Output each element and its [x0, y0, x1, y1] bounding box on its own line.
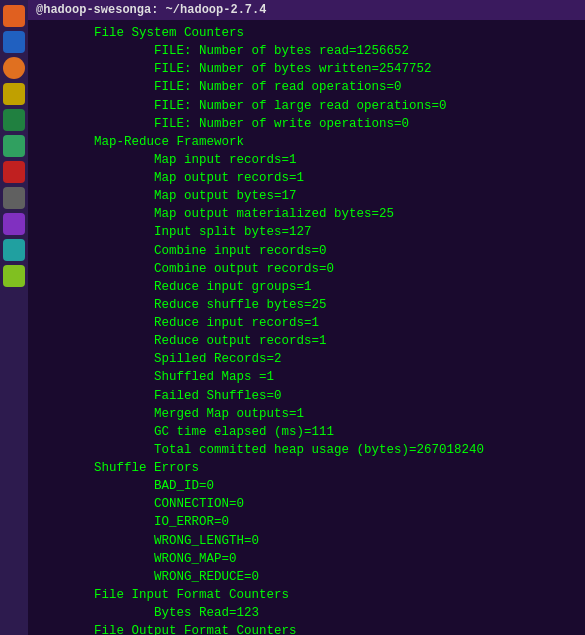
app7-icon[interactable]	[3, 161, 25, 183]
app11-icon[interactable]	[3, 265, 25, 287]
terminal-line: CONNECTION=0	[34, 495, 579, 513]
terminal-line: FILE: Number of bytes read=1256652	[34, 42, 579, 60]
titlebar: @hadoop-swesonga: ~/hadoop-2.7.4	[28, 0, 585, 20]
terminal-line: Map-Reduce Framework	[34, 133, 579, 151]
terminal-line: FILE: Number of read operations=0	[34, 78, 579, 96]
app9-icon[interactable]	[3, 213, 25, 235]
terminal-line: Reduce input records=1	[34, 314, 579, 332]
terminal-line: Merged Map outputs=1	[34, 405, 579, 423]
terminal-line: Bytes Read=123	[34, 604, 579, 622]
terminal-line: Map input records=1	[34, 151, 579, 169]
terminal-line: File Input Format Counters	[34, 586, 579, 604]
browser-icon[interactable]	[3, 31, 25, 53]
firefox-icon[interactable]	[3, 57, 25, 79]
terminal-line: Reduce shuffle bytes=25	[34, 296, 579, 314]
terminal-line: Combine output records=0	[34, 260, 579, 278]
terminal-line: Input split bytes=127	[34, 223, 579, 241]
terminal-line: Map output materialized bytes=25	[34, 205, 579, 223]
app8-icon[interactable]	[3, 187, 25, 209]
app6-icon[interactable]	[3, 135, 25, 157]
terminal-line: Reduce output records=1	[34, 332, 579, 350]
terminal-line: Map output bytes=17	[34, 187, 579, 205]
terminal-line: GC time elapsed (ms)=111	[34, 423, 579, 441]
terminal-line: Spilled Records=2	[34, 350, 579, 368]
terminal-line: FILE: Number of write operations=0	[34, 115, 579, 133]
terminal-line: Reduce input groups=1	[34, 278, 579, 296]
terminal-line: WRONG_REDUCE=0	[34, 568, 579, 586]
window-title: @hadoop-swesonga: ~/hadoop-2.7.4	[36, 3, 266, 17]
terminal-line: FILE: Number of bytes written=2547752	[34, 60, 579, 78]
terminal-line: WRONG_LENGTH=0	[34, 532, 579, 550]
terminal-line: Shuffle Errors	[34, 459, 579, 477]
terminal-line: IO_ERROR=0	[34, 513, 579, 531]
terminal-line: Total committed heap usage (bytes)=26701…	[34, 441, 579, 459]
files-icon[interactable]	[3, 5, 25, 27]
sidebar	[0, 0, 28, 635]
terminal-line: WRONG_MAP=0	[34, 550, 579, 568]
terminal-line: Shuffled Maps =1	[34, 368, 579, 386]
terminal-line: Failed Shuffles=0	[34, 387, 579, 405]
app10-icon[interactable]	[3, 239, 25, 261]
terminal-line: Map output records=1	[34, 169, 579, 187]
terminal-line: FILE: Number of large read operations=0	[34, 97, 579, 115]
terminal-line: Combine input records=0	[34, 242, 579, 260]
terminal-line: File Output Format Counters	[34, 622, 579, 635]
app4-icon[interactable]	[3, 83, 25, 105]
terminal-output[interactable]: File System Counters FILE: Number of byt…	[28, 20, 585, 635]
app5-icon[interactable]	[3, 109, 25, 131]
main-area: @hadoop-swesonga: ~/hadoop-2.7.4 File Sy…	[28, 0, 585, 635]
terminal-line: File System Counters	[34, 24, 579, 42]
terminal-line: BAD_ID=0	[34, 477, 579, 495]
